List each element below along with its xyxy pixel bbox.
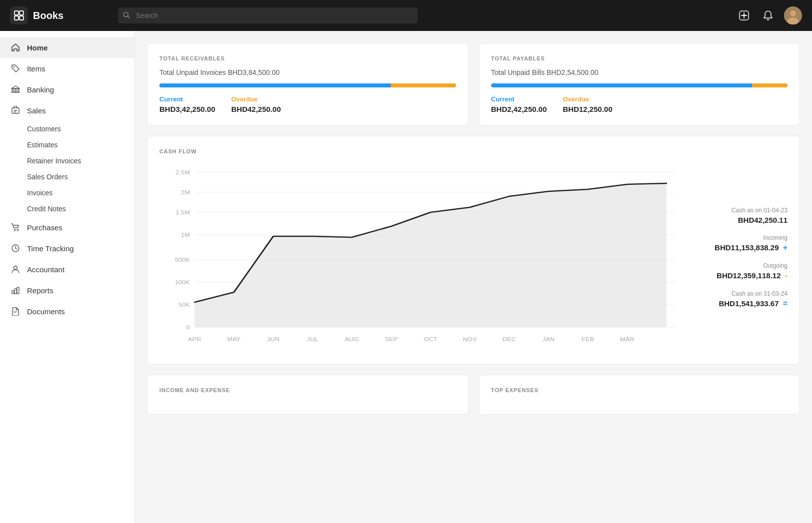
app-name: Books [33,10,63,21]
sidebar-item-documents-label: Documents [27,307,65,316]
incoming-sign: + [783,243,788,252]
cash-start-label: Cash as on 01-04-23 [700,207,788,214]
svg-rect-22 [14,289,16,294]
incoming-label: Incoming [700,234,788,241]
svg-text:DEC: DEC [502,336,516,343]
tag-icon [10,63,21,74]
top-expenses-card: TOP EXPENSES [479,375,801,415]
incoming-value: BHD11,153,838.29 + [700,243,788,252]
incoming-block: Incoming BHD11,153,838.29 + [700,234,788,252]
cart-icon [10,222,21,233]
receivables-current-label: Current [159,95,215,103]
sidebar-subitem-credit-notes-label: Credit Notes [27,205,66,213]
sidebar-subitem-customers-label: Customers [27,125,61,133]
search-icon [123,11,130,20]
document-icon [10,306,21,317]
cashflow-stats: Cash as on 01-04-23 BHD42,250.11 Incomin… [688,162,788,352]
receivables-total: Total Unpaid Invoices BHD3,84,500.00 [159,68,456,76]
sidebar-subitem-estimates[interactable]: Estimates [0,137,134,153]
sidebar-item-time-tracking-label: Time Tracking [27,244,74,253]
sidebar-item-time-tracking[interactable]: Time Tracking [0,238,134,259]
svg-text:SEP: SEP [385,336,398,343]
sidebar-subitem-credit-notes[interactable]: Credit Notes [0,201,134,217]
cashflow-chart-area: 2.5M 2M 1.5M 1M 500K 100K 50K 0 [159,162,688,352]
sidebar-subitem-customers[interactable]: Customers [0,121,134,137]
outgoing-value: BHD12,359,118.12 - [700,271,788,280]
cashflow-inner: 2.5M 2M 1.5M 1M 500K 100K 50K 0 [159,162,788,352]
sidebar-item-banking[interactable]: Banking [0,79,134,100]
bottom-cards-row: INCOME AND EXPENSE TOP EXPENSES [147,375,800,415]
add-button[interactable] [736,7,752,23]
cash-end-block: Cash as on 31-03-24 BHD1,541,933.67 = [700,290,788,308]
svg-text:AUG: AUG [345,336,359,343]
income-expense-card: INCOME AND EXPENSE [147,375,469,415]
svg-rect-3 [19,16,23,20]
cashflow-chart: 2.5M 2M 1.5M 1M 500K 100K 50K 0 [159,162,688,352]
outgoing-block: Outgoing BHD12,359,118.12 - [700,262,788,280]
receivables-amounts: Current BHD3,42,250.00 Overdue BHD42,250… [159,95,456,113]
sidebar-item-documents[interactable]: Documents [0,301,134,322]
summary-cards-row: TOTAL RECEIVABLES Total Unpaid Invoices … [147,43,800,126]
payables-current-label: Current [491,95,547,103]
sidebar-item-reports[interactable]: Reports [0,280,134,301]
svg-point-10 [790,10,796,16]
sidebar-item-banking-label: Banking [27,85,54,94]
payables-overdue-label: Overdue [563,95,612,103]
svg-rect-13 [12,89,13,92]
sidebar-item-home[interactable]: Home [0,37,134,58]
avatar[interactable] [784,6,802,24]
sidebar-item-purchases[interactable]: Purchases [0,217,134,238]
sales-icon [10,105,21,116]
svg-rect-2 [14,16,18,20]
payables-amounts: Current BHD2,42,250.00 Overdue BHD12,250… [491,95,788,113]
receivables-current-bar [159,83,391,87]
payables-title: TOTAL PAYABLES [491,55,788,61]
bar-chart-icon [10,285,21,296]
svg-rect-1 [19,11,23,15]
cash-start-value: BHD42,250.11 [700,216,788,224]
sidebar-item-accountant-label: Accountant [27,265,64,274]
svg-marker-40 [194,183,666,327]
svg-rect-14 [15,89,16,92]
person-icon [10,264,21,275]
outgoing-label: Outgoing [700,262,788,269]
app-logo[interactable]: Books [10,6,110,24]
svg-text:50K: 50K [178,302,190,308]
main-layout: Home Items Banking [0,31,812,523]
sidebar-subitem-invoices[interactable]: Invoices [0,185,134,201]
sidebar-subitem-retainer-invoices[interactable]: Retainer Invoices [0,153,134,169]
search-area [118,7,418,23]
sidebar-item-items[interactable]: Items [0,58,134,79]
sidebar-item-home-label: Home [27,43,48,52]
sidebar-item-accountant[interactable]: Accountant [0,259,134,280]
svg-text:100K: 100K [175,279,190,286]
end-sign: = [783,299,788,308]
sidebar-item-sales[interactable]: Sales [0,100,134,121]
search-input[interactable] [118,7,418,23]
sidebar-item-purchases-label: Purchases [27,223,62,232]
svg-text:2M: 2M [181,189,190,196]
cashflow-card: CASH FLOW [147,136,800,365]
sidebar-subitem-retainer-label: Retainer Invoices [27,157,81,165]
notifications-button[interactable] [760,7,776,23]
sidebar-subitem-sales-orders[interactable]: Sales Orders [0,169,134,185]
payables-total: Total Unpaid Bills BHD2,54,500.00 [491,68,788,76]
svg-text:JAN: JAN [542,336,554,343]
sidebar-subitem-estimates-label: Estimates [27,141,57,149]
receivables-overdue-value: BHD42,250.00 [231,105,281,113]
payables-card: TOTAL PAYABLES Total Unpaid Bills BHD2,5… [479,43,801,126]
receivables-total-value: BHD3,84,500.00 [228,68,280,76]
cashflow-title: CASH FLOW [159,148,788,154]
main-content: TOTAL RECEIVABLES Total Unpaid Invoices … [135,31,812,523]
receivables-card: TOTAL RECEIVABLES Total Unpaid Invoices … [147,43,469,126]
svg-text:OCT: OCT [424,336,438,343]
svg-rect-21 [12,291,14,294]
payables-overdue-block: Overdue BHD12,250.00 [563,95,612,113]
svg-text:MAY: MAY [227,336,241,343]
svg-rect-15 [18,89,19,92]
svg-text:1M: 1M [181,232,190,238]
svg-text:FEB: FEB [582,336,594,343]
cash-end-value: BHD1,541,933.67 = [700,299,788,308]
bank-icon [10,84,21,95]
payables-total-label: Total Unpaid Bills [491,68,545,76]
